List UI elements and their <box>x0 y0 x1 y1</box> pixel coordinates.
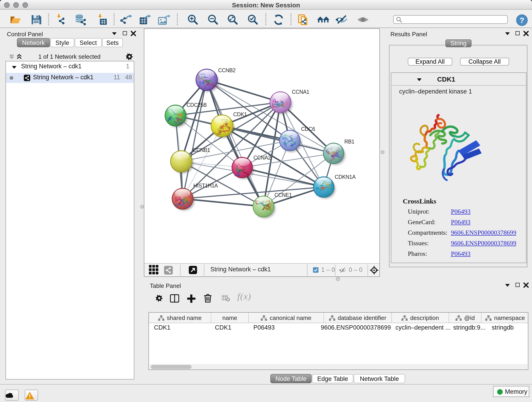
svg-text:CDC6: CDC6 <box>301 126 315 132</box>
svg-text:CDKN1A: CDKN1A <box>335 174 356 180</box>
svg-text:HIST1H1A: HIST1H1A <box>193 183 218 189</box>
svg-text:CCNB2: CCNB2 <box>218 67 235 73</box>
svg-text:RB1: RB1 <box>344 139 355 145</box>
svg-text:?: ? <box>520 16 525 25</box>
svg-text:CCNA2: CCNA2 <box>253 155 271 161</box>
svg-text:CDK1: CDK1 <box>233 111 247 117</box>
svg-text:CCNB1: CCNB1 <box>193 147 210 153</box>
svg-text:CCNE1: CCNE1 <box>274 192 292 198</box>
svg-text:CDC25B: CDC25B <box>186 102 207 108</box>
svg-text:CCNA1: CCNA1 <box>292 89 309 95</box>
